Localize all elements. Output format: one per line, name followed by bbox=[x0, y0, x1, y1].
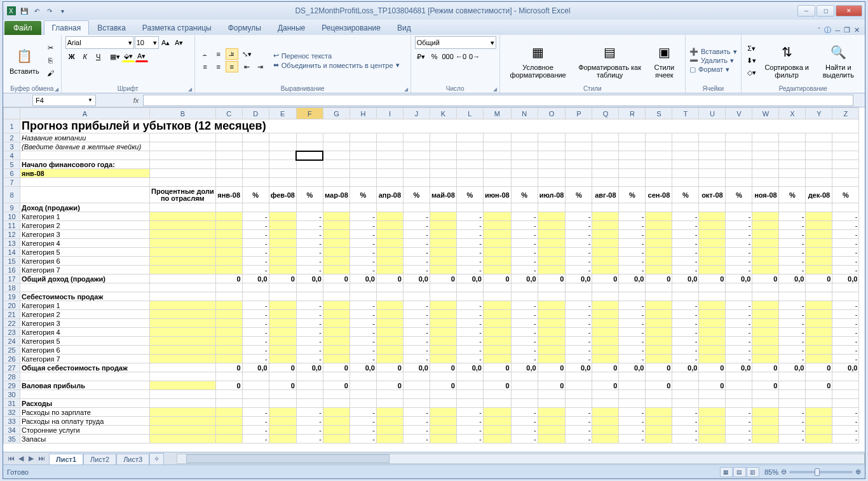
cell[interactable] bbox=[323, 283, 349, 292]
cell[interactable]: - bbox=[456, 408, 483, 417]
cell[interactable] bbox=[538, 133, 566, 142]
cell[interactable]: 0,0 bbox=[726, 363, 752, 372]
cell[interactable] bbox=[752, 319, 779, 328]
cell[interactable]: - bbox=[403, 417, 430, 426]
cell[interactable]: Расходы по зарплате bbox=[20, 408, 150, 417]
row-header-22[interactable]: 22 bbox=[4, 319, 20, 328]
cell[interactable] bbox=[150, 160, 216, 169]
zoom-out-button[interactable]: ⊖ bbox=[781, 468, 787, 476]
cell[interactable] bbox=[349, 283, 376, 292]
cell[interactable] bbox=[699, 160, 726, 169]
cell[interactable]: - bbox=[242, 337, 269, 346]
cell[interactable] bbox=[269, 301, 296, 310]
cell[interactable]: - bbox=[456, 319, 483, 328]
cell[interactable] bbox=[699, 133, 726, 142]
cell[interactable]: - bbox=[349, 310, 376, 319]
cell[interactable] bbox=[323, 230, 349, 239]
cell[interactable]: - bbox=[672, 355, 699, 363]
cell[interactable]: - bbox=[726, 435, 752, 444]
cell[interactable] bbox=[752, 178, 779, 187]
cell[interactable]: - bbox=[403, 212, 430, 221]
col-header-U[interactable]: U bbox=[699, 108, 726, 119]
cell[interactable] bbox=[538, 248, 566, 257]
cell[interactable] bbox=[619, 169, 646, 178]
cell[interactable]: - bbox=[779, 337, 806, 346]
cell[interactable] bbox=[592, 221, 619, 230]
cell[interactable] bbox=[269, 328, 296, 337]
row-header-1[interactable]: 1 bbox=[4, 119, 20, 133]
row-header-13[interactable]: 13 bbox=[4, 239, 20, 248]
format-as-table-button[interactable]: ▤Форматировать как таблицу bbox=[575, 41, 645, 80]
qat-save-icon[interactable]: 💾 bbox=[18, 5, 30, 17]
cell[interactable]: 0 bbox=[269, 274, 296, 283]
cell[interactable] bbox=[806, 292, 832, 301]
cell[interactable] bbox=[242, 372, 269, 381]
cell[interactable] bbox=[752, 408, 779, 417]
sort-filter-button[interactable]: ⇅Сортировка и фильтр bbox=[761, 41, 813, 80]
cell[interactable] bbox=[592, 160, 619, 169]
cell[interactable] bbox=[806, 221, 832, 230]
cell[interactable] bbox=[150, 381, 216, 390]
cell[interactable] bbox=[699, 221, 726, 230]
cell[interactable]: - bbox=[832, 408, 859, 417]
cell[interactable]: - bbox=[349, 355, 376, 363]
cell[interactable] bbox=[430, 257, 456, 266]
cell[interactable] bbox=[403, 372, 430, 381]
cell[interactable]: 0 bbox=[323, 381, 349, 390]
cell[interactable] bbox=[806, 151, 832, 160]
cell[interactable] bbox=[483, 257, 511, 266]
col-header-K[interactable]: K bbox=[430, 108, 456, 119]
cell[interactable] bbox=[456, 142, 483, 151]
cell[interactable]: 0,0 bbox=[832, 274, 859, 283]
cell[interactable]: 0 bbox=[269, 363, 296, 372]
cell[interactable] bbox=[752, 346, 779, 355]
cell[interactable]: - bbox=[511, 239, 538, 248]
cell[interactable]: - bbox=[566, 426, 592, 435]
cell[interactable]: - bbox=[349, 212, 376, 221]
cell[interactable] bbox=[215, 408, 242, 417]
cell[interactable]: - bbox=[619, 319, 646, 328]
cell[interactable] bbox=[323, 239, 349, 248]
cell[interactable] bbox=[403, 151, 430, 160]
cell[interactable]: % bbox=[832, 187, 859, 203]
cell[interactable] bbox=[376, 292, 403, 301]
format-cells-button[interactable]: ▢Формат▾ bbox=[689, 65, 737, 74]
cell[interactable] bbox=[215, 337, 242, 346]
cell[interactable] bbox=[456, 381, 483, 390]
cell[interactable]: - bbox=[242, 230, 269, 239]
cell[interactable] bbox=[430, 266, 456, 274]
cell[interactable] bbox=[349, 142, 376, 151]
row-header-16[interactable]: 16 bbox=[4, 266, 20, 274]
cell[interactable] bbox=[832, 151, 859, 160]
col-header-V[interactable]: V bbox=[726, 108, 752, 119]
cell[interactable] bbox=[403, 178, 430, 187]
cell[interactable]: апр-08 bbox=[376, 187, 403, 203]
cell[interactable]: 0 bbox=[538, 274, 566, 283]
cell[interactable]: 0 bbox=[376, 381, 403, 390]
col-header-G[interactable]: G bbox=[323, 108, 349, 119]
cell[interactable] bbox=[150, 319, 216, 328]
cell[interactable] bbox=[699, 408, 726, 417]
row-header-27[interactable]: 27 bbox=[4, 363, 20, 372]
cell[interactable]: - bbox=[403, 319, 430, 328]
font-size-combo[interactable]: 10▾ bbox=[135, 36, 159, 49]
cell[interactable] bbox=[296, 160, 323, 169]
cell[interactable]: 0,0 bbox=[511, 274, 538, 283]
cell[interactable] bbox=[619, 142, 646, 151]
cell[interactable] bbox=[456, 203, 483, 212]
cell[interactable] bbox=[699, 337, 726, 346]
cell[interactable]: % bbox=[349, 187, 376, 203]
cell[interactable] bbox=[646, 160, 672, 169]
cell[interactable]: - bbox=[456, 417, 483, 426]
cell[interactable] bbox=[646, 408, 672, 417]
cell[interactable]: - bbox=[726, 301, 752, 310]
cell[interactable]: - bbox=[619, 239, 646, 248]
col-header-T[interactable]: T bbox=[672, 108, 699, 119]
cell[interactable] bbox=[779, 169, 806, 178]
cell[interactable] bbox=[376, 346, 403, 355]
cell[interactable]: - bbox=[242, 346, 269, 355]
cell[interactable] bbox=[752, 266, 779, 274]
cell[interactable]: Категория 5 bbox=[20, 337, 150, 346]
cell[interactable] bbox=[592, 248, 619, 257]
cell[interactable] bbox=[269, 399, 296, 408]
